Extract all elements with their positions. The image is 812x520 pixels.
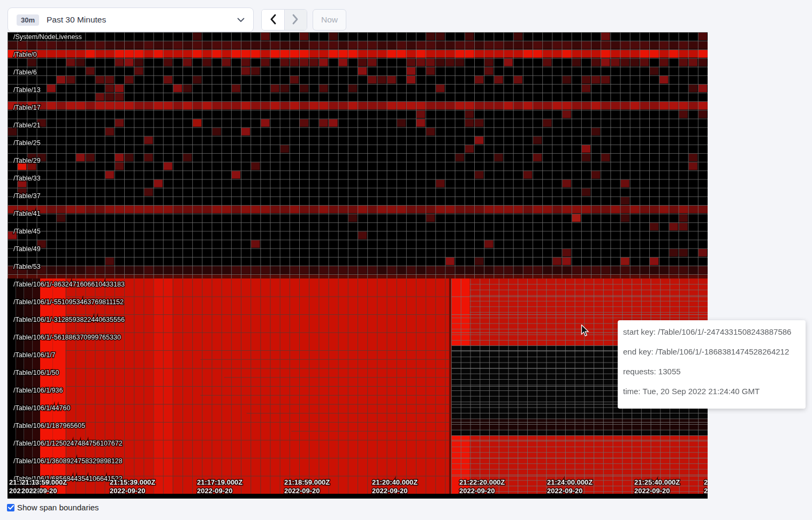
- time-range-badge: 30m: [17, 14, 39, 26]
- time-range-dropdown[interactable]: 30m Past 30 Minutes: [7, 7, 254, 32]
- chevron-right-icon: [292, 14, 299, 26]
- tooltip-end-key: end key: /Table/106/1/-18683814745282642…: [623, 347, 800, 357]
- show-span-boundaries-checkbox[interactable]: [7, 504, 14, 511]
- tooltip-start-key: start key: /Table/106/1/-247433150824388…: [623, 327, 800, 337]
- prev-time-button[interactable]: [262, 10, 285, 30]
- show-span-boundaries-row: Show span boundaries: [7, 503, 99, 512]
- now-button[interactable]: Now: [313, 9, 346, 31]
- cell-tooltip: start key: /Table/106/1/-247433150824388…: [618, 320, 806, 409]
- show-span-boundaries-label: Show span boundaries: [17, 503, 99, 512]
- chevron-left-icon: [270, 14, 276, 26]
- chevron-down-icon: [237, 18, 245, 22]
- key-visualizer-heatmap[interactable]: [7, 32, 708, 499]
- tooltip-requests: requests: 13055: [623, 367, 800, 376]
- tooltip-time: time: Tue, 20 Sep 2022 21:24:40 GMT: [623, 387, 800, 396]
- time-nav-group: [261, 9, 307, 31]
- next-time-button[interactable]: [285, 10, 307, 30]
- time-range-label: Past 30 Minutes: [47, 15, 106, 25]
